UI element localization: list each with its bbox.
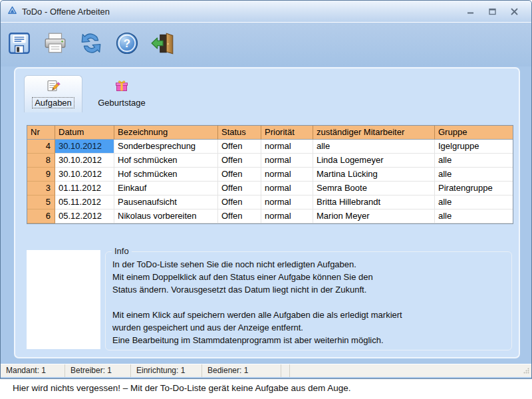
cell-datum[interactable]: 01.11.2012	[55, 182, 114, 196]
column-header-prioritaet[interactable]: Priorität	[261, 126, 313, 140]
statusbar-spacer	[281, 364, 290, 377]
cell-status[interactable]: Offen	[218, 168, 261, 182]
tasks-table: Nr Datum Bezeichnung Status Priorität zu…	[27, 125, 513, 224]
info-line: Eine Bearbeitung im Stammdatenprogramm i…	[112, 334, 511, 346]
column-header-status[interactable]: Status	[218, 126, 261, 140]
cell-bezeichnung[interactable]: Sonderbesprechung	[114, 140, 218, 154]
svg-text:?: ?	[124, 37, 130, 50]
floppy-disk-icon	[7, 31, 32, 59]
info-line: Mit einem Klick auf speichern werden all…	[112, 309, 511, 321]
cell-datum[interactable]: 30.10.2012	[55, 168, 114, 182]
table-row[interactable]: 8 30.10.2012 Hof schmücken Offen normal …	[27, 154, 513, 168]
refresh-arrows-icon	[78, 31, 104, 59]
cell-gruppe[interactable]: alle	[435, 196, 513, 209]
table-row[interactable]: 4 30.10.2012 Sonderbesprechung Offen nor…	[27, 140, 513, 154]
cell-prioritaet[interactable]: normal	[261, 182, 313, 196]
cell-gruppe[interactable]: Igelgruppe	[435, 140, 513, 154]
cell-mitarbeiter[interactable]: Semra Boote	[313, 182, 435, 196]
cell-bezeichnung[interactable]: Hof schmücken	[114, 154, 218, 168]
statusbar: Mandant: 1 Betreiber: 1 Einrichtung: 1 B…	[1, 364, 531, 377]
cell-gruppe[interactable]: Piratengruppe	[435, 182, 513, 196]
notes-pencil-icon	[46, 78, 61, 96]
tab-strip: Aufgaben Geburtstage	[24, 75, 161, 112]
cell-mitarbeiter[interactable]: Linda Logemeyer	[313, 154, 435, 168]
info-line: Mit einem Doppelklick auf den Status ein…	[112, 271, 511, 283]
cell-mitarbeiter[interactable]: Martina Lücking	[313, 168, 435, 182]
resize-grip-icon[interactable]	[523, 366, 529, 376]
statusbar-betreiber: Betreiber: 1	[65, 364, 131, 377]
cell-datum[interactable]: 05.11.2012	[55, 196, 114, 209]
tab-aufgaben[interactable]: Aufgaben	[24, 75, 82, 112]
cell-mitarbeiter[interactable]: Britta Hillebrandt	[313, 196, 435, 209]
cell-prioritaet[interactable]: normal	[261, 168, 313, 182]
table-row[interactable]: 6 05.12.2012 Nikolaus vorbereiten Offen …	[27, 209, 513, 223]
cell-nr[interactable]: 5	[27, 196, 55, 209]
tab-geburtstage-label: Geburtstage	[98, 98, 146, 108]
info-line	[112, 296, 511, 309]
cell-bezeichnung[interactable]: Pausenaufsicht	[114, 196, 218, 209]
app-window: ToDo - Offene Arbeiten	[0, 0, 532, 379]
cell-mitarbeiter[interactable]: Marion Meyer	[313, 209, 435, 223]
cell-nr[interactable]: 4	[27, 140, 55, 154]
table-row[interactable]: 3 01.11.2012 Einkauf Offen normal Semra …	[27, 182, 513, 196]
maximize-icon[interactable]	[487, 7, 497, 17]
cell-status[interactable]: Offen	[218, 140, 261, 154]
content-panel: Aufgaben Geburtstage Nr Dat	[14, 67, 520, 358]
cell-nr[interactable]: 8	[27, 154, 55, 168]
cell-gruppe[interactable]: alle	[435, 209, 513, 223]
cell-datum[interactable]: 30.10.2012	[55, 140, 114, 154]
cell-datum[interactable]: 30.10.2012	[55, 154, 114, 168]
cell-prioritaet[interactable]: normal	[261, 209, 313, 223]
cell-bezeichnung[interactable]: Nikolaus vorbereiten	[114, 209, 218, 223]
statusbar-filler	[290, 364, 523, 377]
column-header-datum[interactable]: Datum	[55, 126, 114, 140]
cell-gruppe[interactable]: alle	[435, 154, 513, 168]
empty-picture-box	[27, 250, 100, 349]
info-groupbox: Info In der ToDo-Liste sehen Sie die noc…	[105, 251, 512, 350]
cell-status[interactable]: Offen	[218, 196, 261, 209]
cell-prioritaet[interactable]: normal	[261, 154, 313, 168]
info-line: wurden gespeichert und aus der Anzeige e…	[112, 321, 511, 334]
titlebar[interactable]: ToDo - Offene Arbeiten	[1, 1, 531, 23]
refresh-button[interactable]	[78, 30, 104, 59]
statusbar-einrichtung: Einrichtung: 1	[131, 364, 202, 377]
question-mark-icon: ?	[114, 31, 140, 59]
cell-prioritaet[interactable]: normal	[261, 140, 313, 154]
column-header-nr[interactable]: Nr	[27, 126, 55, 140]
table-row[interactable]: 5 05.11.2012 Pausenaufsicht Offen normal…	[27, 196, 513, 209]
exit-door-icon	[150, 31, 176, 59]
statusbar-mandant: Mandant: 1	[1, 364, 65, 377]
help-button[interactable]: ?	[114, 30, 140, 59]
info-legend: Info	[112, 246, 132, 256]
table-row[interactable]: 9 30.10.2012 Hof schmücken Offen normal …	[27, 168, 513, 182]
statusbar-bediener: Bediener: 1	[202, 364, 281, 377]
column-header-gruppe[interactable]: Gruppe	[435, 126, 513, 140]
gift-icon	[114, 78, 129, 96]
cell-nr[interactable]: 9	[27, 168, 55, 182]
cell-nr[interactable]: 6	[27, 209, 55, 223]
toolbar: ?	[1, 23, 531, 66]
cell-prioritaet[interactable]: normal	[261, 196, 313, 209]
table-body: 4 30.10.2012 Sonderbesprechung Offen nor…	[27, 140, 513, 223]
cell-status[interactable]: Offen	[218, 182, 261, 196]
cell-status[interactable]: Offen	[218, 209, 261, 223]
figure-caption: Hier wird nichts vergessen! – Mit der To…	[13, 383, 351, 393]
info-line: Status ändern. Vorausgesetzt das Datum l…	[112, 283, 511, 296]
cell-gruppe[interactable]: alle	[435, 168, 513, 182]
cell-status[interactable]: Offen	[218, 154, 261, 168]
save-button[interactable]	[6, 30, 33, 59]
tab-aufgaben-label: Aufgaben	[33, 98, 74, 108]
tab-geburtstage[interactable]: Geburtstage	[82, 75, 161, 112]
close-icon[interactable]	[509, 7, 519, 17]
cell-mitarbeiter[interactable]: alle	[313, 140, 435, 154]
column-header-mitarbeiter[interactable]: zuständiger Mitarbeiter	[313, 126, 435, 140]
window-title: ToDo - Offene Arbeiten	[22, 7, 110, 17]
cell-bezeichnung[interactable]: Hof schmücken	[114, 168, 218, 182]
column-header-bezeichnung[interactable]: Bezeichnung	[114, 126, 218, 140]
exit-button[interactable]	[150, 30, 176, 59]
print-button[interactable]	[42, 30, 68, 59]
cell-datum[interactable]: 05.12.2012	[55, 209, 114, 223]
cell-nr[interactable]: 3	[27, 182, 55, 196]
cell-bezeichnung[interactable]: Einkauf	[114, 182, 218, 196]
minimize-icon[interactable]	[466, 7, 475, 17]
